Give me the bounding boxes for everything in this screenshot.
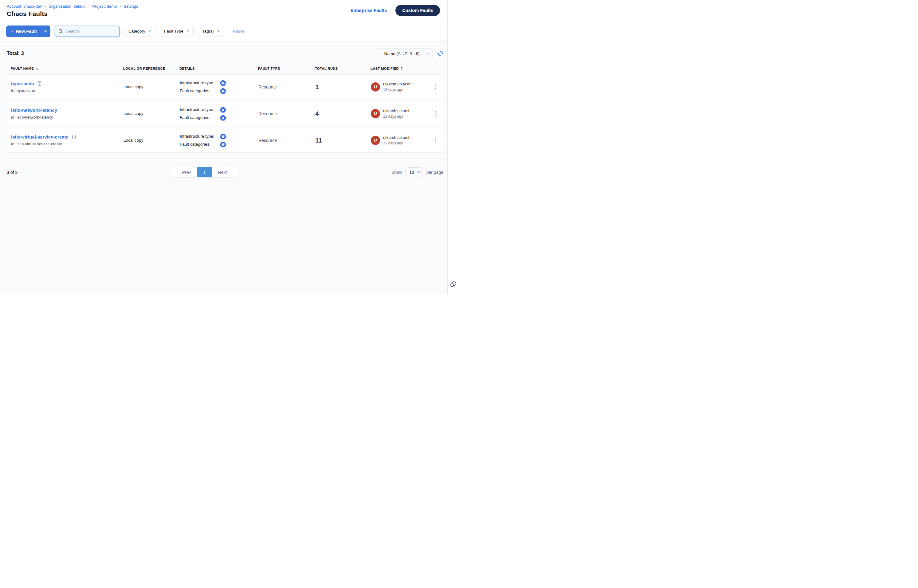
filter-chip-fault-type[interactable]: Fault Type ×: [160, 26, 194, 37]
column-header-fault-type-label: FAULT TYPE: [258, 67, 280, 70]
arrow-right-icon: →: [229, 170, 233, 175]
total-runs-cell: 4: [315, 110, 371, 117]
close-icon[interactable]: ×: [149, 29, 151, 34]
chevron-down-icon[interactable]: [44, 29, 47, 32]
fault-name-link[interactable]: byoc-echo: [11, 81, 34, 86]
avatar: U: [371, 109, 380, 118]
close-icon[interactable]: ×: [187, 29, 189, 34]
copy-id-button[interactable]: [71, 134, 76, 139]
page-size-select[interactable]: 10: [406, 168, 423, 177]
sort-both-icon: ▲▼: [401, 66, 403, 70]
page-header: Account: chaos-dev › Organization: defau…: [0, 0, 447, 21]
column-header-fault-type: FAULT TYPE: [258, 67, 315, 70]
last-modified-cell: U utkarsh.utkarsh 13 days ago: [371, 82, 427, 92]
table-row[interactable]: istio-network-latency Id: istio-network-…: [6, 101, 444, 126]
infrastructure-type-label: Infrastructure type:: [180, 134, 220, 139]
refresh-button[interactable]: [437, 50, 443, 57]
total-runs-cell: 11: [315, 137, 371, 144]
kubernetes-icon: [220, 87, 226, 94]
modified-by: utkarsh.utkarsh: [383, 108, 411, 113]
fault-categories-label: Fault categories:: [180, 142, 220, 147]
arrow-left-icon: ←: [176, 170, 180, 175]
next-page-button[interactable]: Next →: [212, 167, 239, 177]
copy-icon: [71, 134, 76, 139]
fault-id: Id: istio-network-latency: [11, 115, 123, 120]
filter-chip-tags[interactable]: Tag(s) ×: [198, 26, 224, 37]
fault-type-cell: Resource: [259, 84, 315, 89]
breadcrumb-project[interactable]: Project: demo: [92, 4, 117, 9]
prev-page-button[interactable]: ← Prev: [170, 167, 197, 177]
fault-id: Id: istio-virtual-service-create: [11, 142, 123, 146]
row-menu-button[interactable]: [433, 109, 438, 118]
modified-by: utkarsh.utkarsh: [383, 82, 411, 86]
breadcrumb-separator-icon: ›: [120, 4, 121, 9]
column-header-details-label: DETAILS: [179, 67, 195, 70]
breadcrumb-account[interactable]: Account: chaos-dev: [7, 4, 42, 9]
content-area: Total: 3 ↑↓ Name (A→Z, 0→9): [0, 42, 447, 294]
chevron-down-icon: [417, 170, 420, 173]
modified-by: utkarsh.utkarsh: [383, 135, 411, 140]
local-or-reference-cell: Local copy: [123, 111, 180, 116]
right-gutter: [448, 0, 459, 294]
prev-label: Prev: [182, 170, 191, 175]
sort-updown-icon: ↑↓: [379, 51, 381, 56]
column-header-local-label: LOCAL OR REFERENCE: [123, 67, 165, 70]
sort-dropdown-value: Name (A→Z, 0→9): [384, 51, 420, 56]
column-header-total-runs-label: TOTAL RUNS: [315, 67, 338, 70]
chat-support-button[interactable]: [450, 281, 457, 289]
search-box[interactable]: [55, 26, 120, 37]
enterprise-faults-link[interactable]: Enterprise Faults: [351, 8, 387, 13]
breadcrumb-separator-icon: ›: [88, 4, 89, 9]
kubernetes-icon: [220, 79, 226, 86]
breadcrumb-separator-icon: ›: [45, 4, 46, 9]
current-page-button[interactable]: 1: [197, 167, 212, 177]
close-icon[interactable]: ×: [217, 29, 219, 34]
copy-id-button[interactable]: [37, 81, 42, 86]
column-header-details: DETAILS: [179, 67, 258, 70]
search-icon: [58, 29, 63, 34]
reset-filters-button[interactable]: Reset: [233, 29, 244, 34]
last-modified-cell: U utkarsh.utkarsh 13 days ago: [371, 135, 427, 145]
row-menu-button[interactable]: [433, 82, 438, 91]
table-row[interactable]: byoc-echo Id: byoc-echo Local copy Infra…: [6, 74, 444, 99]
sort-dropdown[interactable]: ↑↓ Name (A→Z, 0→9): [375, 48, 433, 58]
fault-type-cell: Resource: [259, 111, 315, 116]
new-fault-button[interactable]: + New Fault: [6, 26, 50, 37]
total-count: Total: 3: [7, 51, 24, 56]
chat-support-icon: [450, 281, 457, 288]
kubernetes-icon: [220, 141, 226, 148]
infrastructure-type-label: Infrastructure type:: [180, 81, 220, 85]
pager: ← Prev 1 Next →: [170, 167, 240, 178]
breadcrumb-organization[interactable]: Organization: default: [48, 4, 86, 9]
avatar: U: [371, 82, 380, 92]
details-cell: Infrastructure type: Fault categories:: [180, 79, 259, 94]
filter-chip-fault-type-label: Fault Type: [164, 29, 183, 34]
local-or-reference-cell: Local copy: [123, 138, 180, 142]
table-row[interactable]: istio-virtual-service-create Id: istio-v…: [6, 128, 444, 153]
button-divider: [41, 28, 41, 35]
copy-icon: [37, 81, 42, 86]
breadcrumb-settings[interactable]: Settings: [123, 4, 138, 9]
kubernetes-icon: [220, 133, 226, 140]
filter-chip-category-label: Category: [128, 29, 145, 34]
fault-name-link[interactable]: istio-virtual-service-create: [11, 134, 68, 139]
search-input[interactable]: [66, 29, 116, 34]
column-header-last-modified-label: LAST MODIFIED: [370, 67, 399, 70]
column-header-fault-name[interactable]: FAULT NAME ▲: [11, 67, 123, 70]
table-header-row: FAULT NAME ▲ LOCAL OR REFERENCE DETAILS …: [6, 66, 444, 70]
infrastructure-type-label: Infrastructure type:: [180, 107, 220, 112]
kubernetes-icon: [220, 114, 226, 121]
filter-chip-tags-label: Tag(s): [202, 29, 214, 34]
pagination-range: 3 of 3: [7, 170, 18, 175]
fault-list: byoc-echo Id: byoc-echo Local copy Infra…: [6, 74, 444, 153]
row-menu-button[interactable]: [433, 136, 438, 145]
custom-faults-button[interactable]: Custom Faults: [395, 5, 440, 16]
fault-name-link[interactable]: istio-network-latency: [11, 108, 57, 113]
modified-ago: 13 days ago: [383, 141, 411, 145]
show-label: Show: [391, 170, 402, 175]
toolbar: + New Fault Category × Fault Type × Tag(…: [0, 21, 447, 42]
filter-chip-category[interactable]: Category ×: [124, 26, 155, 37]
column-header-last-modified[interactable]: LAST MODIFIED ▲▼: [370, 66, 427, 70]
last-modified-cell: U utkarsh.utkarsh 13 days ago: [371, 108, 427, 119]
kubernetes-icon: [220, 106, 226, 113]
